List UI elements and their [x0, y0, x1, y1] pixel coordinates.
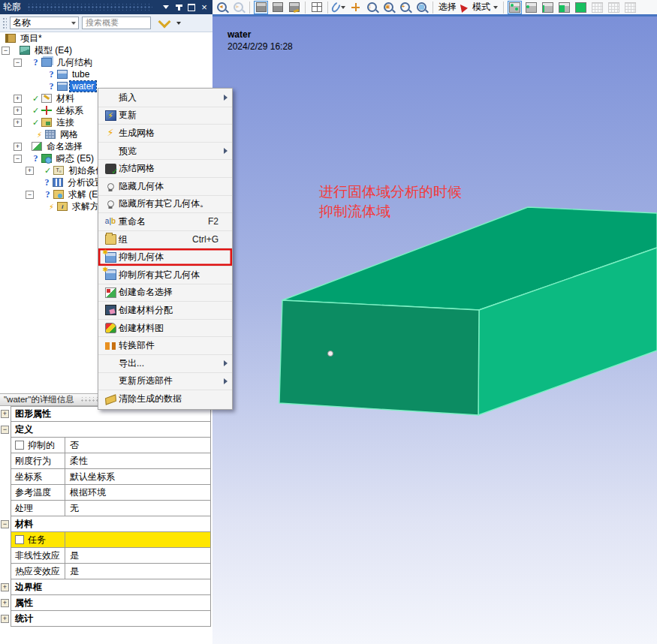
- details-row-value[interactable]: [65, 532, 210, 547]
- collapse-icon[interactable]: −: [14, 59, 22, 67]
- collapse-icon[interactable]: −: [2, 47, 10, 55]
- menu-item-[interactable]: 冻结网格: [98, 160, 232, 178]
- menu-item-[interactable]: 抑制所有其它几何体: [98, 266, 232, 284]
- details-section-header[interactable]: 属性: [11, 595, 210, 610]
- tree-item-label[interactable]: water: [70, 81, 96, 92]
- menu-item-[interactable]: 组Ctrl+G: [98, 231, 232, 249]
- collapse-icon[interactable]: −: [26, 191, 34, 199]
- tree-item-label[interactable]: 几何结构: [54, 56, 95, 69]
- iso-view-icon[interactable]: [254, 1, 268, 14]
- menu-item-[interactable]: 隐藏所有其它几何体。: [98, 196, 232, 214]
- menu-item-[interactable]: 隐藏几何体: [98, 178, 232, 196]
- expand-search-icon[interactable]: [158, 15, 171, 28]
- menu-item-[interactable]: 清除生成的数据: [98, 390, 232, 408]
- menu-item-[interactable]: ⚡更新: [98, 107, 232, 125]
- details-section-header[interactable]: 定义: [11, 422, 210, 437]
- collapse-icon[interactable]: −: [1, 520, 9, 528]
- tree-item-label[interactable]: 项目*: [18, 32, 44, 45]
- tree-item-[interactable]: −?几何结构: [0, 56, 212, 68]
- details-row-value[interactable]: 是: [65, 564, 210, 579]
- details-row-value[interactable]: 根据环境: [65, 485, 210, 500]
- csys-icon: [41, 106, 52, 115]
- details-row-value[interactable]: 否: [65, 438, 210, 453]
- details-section-header[interactable]: 边界框: [11, 579, 210, 594]
- zoom-back-icon[interactable]: ◄: [215, 1, 229, 14]
- rotate-icon[interactable]: [332, 1, 346, 14]
- viewport-layout-icon[interactable]: [309, 1, 324, 14]
- details-row-value[interactable]: 默认坐标系: [65, 469, 210, 484]
- expand-icon[interactable]: +: [14, 95, 22, 103]
- tree-item-label[interactable]: 模型 (E4): [32, 44, 74, 57]
- expand-icon[interactable]: +: [1, 410, 9, 418]
- collapse-icon[interactable]: −: [1, 426, 9, 434]
- tree-item-label[interactable]: 坐标系: [54, 104, 86, 117]
- folder-icon-cell: [102, 234, 119, 245]
- expand-icon[interactable]: +: [1, 615, 9, 623]
- tree-item-label[interactable]: tube: [70, 69, 92, 80]
- vertex-filter-icon[interactable]: [524, 1, 538, 14]
- zoom-fit-icon[interactable]: [414, 1, 429, 14]
- details-gutter: [0, 485, 11, 501]
- details-row-value[interactable]: 柔性: [65, 453, 210, 468]
- zoom-in-icon[interactable]: +: [398, 1, 412, 14]
- tree-item-e4[interactable]: −模型 (E4): [0, 44, 212, 56]
- face-filter-icon[interactable]: [557, 1, 571, 14]
- edge-filter-icon[interactable]: [541, 1, 555, 14]
- expand-icon[interactable]: +: [14, 107, 22, 115]
- tree-item-tube[interactable]: ?tube: [0, 68, 212, 80]
- menu-item-[interactable]: 创建命名选择: [98, 284, 232, 302]
- tree-item-label[interactable]: 命名选择: [44, 140, 85, 153]
- details-row-处理: 处理无: [0, 501, 212, 516]
- menu-item-[interactable]: 转换部件: [98, 337, 232, 355]
- look-at-face-icon[interactable]: [270, 1, 285, 14]
- details-section-header[interactable]: 材料: [11, 516, 210, 531]
- checkbox[interactable]: [15, 441, 24, 450]
- pin-icon[interactable]: [173, 2, 184, 12]
- select-mode-icon[interactable]: [508, 1, 522, 14]
- select-button[interactable]: 选择: [437, 1, 469, 14]
- details-row-刚度行为: 刚度行为柔性: [0, 453, 212, 469]
- pan-icon[interactable]: [348, 1, 363, 14]
- filter-type-dropdown[interactable]: 名称: [10, 17, 79, 29]
- measure-icon[interactable]: [287, 1, 301, 14]
- close-icon[interactable]: ×: [199, 2, 209, 12]
- expand-icon[interactable]: +: [14, 119, 22, 127]
- drag-handle[interactable]: [2, 17, 7, 29]
- menu-item-[interactable]: 创建材料图: [98, 320, 232, 338]
- tree-item-[interactable]: 项目*: [0, 32, 212, 44]
- box-zoom-icon[interactable]: ▣: [381, 1, 396, 14]
- menu-item-[interactable]: 预览: [98, 143, 232, 161]
- expand-icon[interactable]: +: [26, 167, 34, 175]
- filter-options-icon[interactable]: [176, 22, 181, 25]
- update-icon: ⚡: [105, 110, 116, 121]
- maximize-icon[interactable]: [186, 2, 197, 12]
- panel-menu-chevron-icon[interactable]: [161, 2, 171, 12]
- menu-item-[interactable]: 创建材料分配: [98, 302, 232, 320]
- details-section-header[interactable]: 统计: [11, 611, 210, 626]
- search-input[interactable]: 搜索概要: [82, 17, 151, 29]
- collapse-icon[interactable]: −: [14, 155, 22, 163]
- body-filter-icon[interactable]: [574, 1, 588, 14]
- mode-dropdown[interactable]: 模式: [471, 1, 499, 14]
- details-row-value[interactable]: 是: [65, 548, 210, 563]
- menu-item-[interactable]: 抑制几何体: [98, 248, 232, 266]
- checkbox[interactable]: [15, 535, 24, 544]
- details-gutter: +: [0, 406, 11, 422]
- details-row-value[interactable]: 无: [65, 501, 210, 516]
- graphics-viewport[interactable]: water 2024/2/29 16:28 进行固体域分析的时候 抑制流体域: [212, 17, 657, 644]
- menu-item-[interactable]: 更新所选部件: [98, 373, 232, 391]
- menu-item-[interactable]: 插入: [98, 89, 232, 107]
- menu-item-[interactable]: ⚡生成网格: [98, 125, 232, 143]
- menu-item-[interactable]: a|b重命名F2: [98, 213, 232, 231]
- freeze-icon-cell: [102, 164, 119, 174]
- tree-item-label[interactable]: 瞬态 (E5): [54, 152, 96, 165]
- tree-item-label[interactable]: 网格: [58, 128, 80, 141]
- expand-icon[interactable]: +: [14, 143, 22, 151]
- menu-item-[interactable]: 导出...: [98, 355, 232, 373]
- tree-item-label[interactable]: 连接: [54, 116, 77, 129]
- zoom-icon[interactable]: ↕: [365, 1, 379, 14]
- tree-item-label[interactable]: 材料: [54, 92, 77, 105]
- expand-icon[interactable]: +: [1, 583, 9, 591]
- project-icon: [5, 34, 16, 43]
- expand-icon[interactable]: +: [1, 599, 9, 607]
